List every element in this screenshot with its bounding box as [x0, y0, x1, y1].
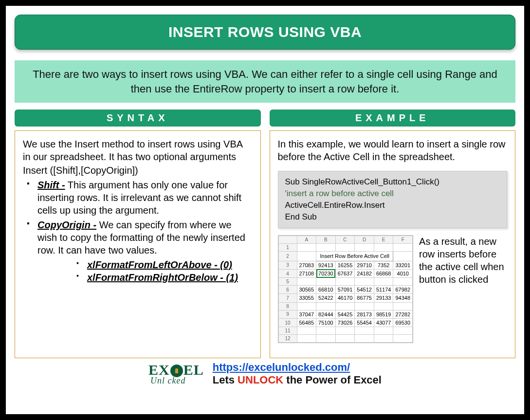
code-line-3: ActiveCell.EntireRow.Insert — [285, 200, 500, 211]
syntax-column: SYNTAX We use the Insert method to inser… — [15, 110, 261, 358]
arg-text-shift: This argument has only one value for ins… — [37, 180, 241, 216]
syntax-desc-2: Insert ([Shift],[CopyOrigin]) — [23, 164, 253, 177]
code-line-1: Sub SingleRowActiveCell_Button1_Click() — [285, 176, 500, 188]
syntax-arg-shift: Shift - This argument has only one value… — [26, 179, 253, 217]
code-line-2: 'insert a row before active cell — [285, 188, 500, 200]
result-text: As a result, a new row inserts before th… — [419, 235, 507, 286]
const-0-label: xlFormatFromLeftOrAbove - (0) — [87, 259, 232, 270]
syntax-heading: SYNTAX — [15, 110, 261, 127]
logo-lock-icon — [170, 365, 183, 377]
example-heading: EXAMPLE — [270, 110, 516, 127]
arg-name-shift: Shift - — [37, 180, 65, 190]
columns: SYNTAX We use the Insert method to inser… — [15, 110, 515, 358]
const-0: xlFormatFromLeftOrAbove - (0) — [76, 258, 253, 271]
footer: EX EL Unl cked https://excelunlocked.com… — [15, 361, 515, 386]
footer-link[interactable]: https://excelunlocked.com/ — [213, 361, 350, 373]
page-title: INSERT ROWS USING VBA — [15, 15, 515, 50]
logo: EX EL Unl cked — [148, 363, 204, 385]
const-1-label: xlFormatFromRightOrBelow - (1) — [87, 272, 238, 283]
result-row: ABCDEF12Insert Row Before Active Cell327… — [278, 235, 508, 344]
example-column: EXAMPLE In this example, we would learn … — [270, 110, 516, 358]
sheet-table: ABCDEF12Insert Row Before Active Cell327… — [278, 236, 413, 343]
syntax-arg-copyorigin: CopyOrigin - We can specify from where w… — [26, 219, 253, 284]
logo-top-left: EX — [148, 363, 170, 377]
footer-tagline: Lets UNLOCK the Power of Excel — [213, 374, 382, 386]
example-body: In this example, we would learn to inser… — [270, 130, 516, 358]
footer-text: https://excelunlocked.com/ Lets UNLOCK t… — [213, 361, 382, 386]
syntax-args-list: Shift - This argument has only one value… — [23, 179, 253, 284]
consts-list: xlFormatFromLeftOrAbove - (0) xlFormatFr… — [37, 258, 253, 284]
tag-pre: Lets — [213, 374, 238, 386]
syntax-desc-1: We use the Insert method to insert rows … — [23, 138, 253, 163]
code-box: Sub SingleRowActiveCell_Button1_Click() … — [278, 171, 508, 228]
code-line-4: End Sub — [285, 211, 500, 223]
logo-bottom: Unl cked — [148, 377, 204, 385]
page: INSERT ROWS USING VBA There are two ways… — [6, 6, 524, 414]
logo-top-right: EL — [183, 363, 204, 377]
tag-unlock: UNLOCK — [238, 374, 283, 386]
intro-text: There are two ways to insert rows using … — [15, 60, 515, 103]
logo-top: EX EL — [148, 363, 204, 377]
syntax-body: We use the Insert method to insert rows … — [15, 130, 261, 358]
arg-name-copyorigin: CopyOrigin - — [37, 219, 96, 230]
example-desc: In this example, we would learn to inser… — [278, 138, 508, 163]
const-1: xlFormatFromRightOrBelow - (1) — [76, 271, 253, 284]
mini-spreadsheet: ABCDEF12Insert Row Before Active Cell327… — [278, 235, 414, 344]
tag-post: the Power of Excel — [283, 374, 382, 386]
